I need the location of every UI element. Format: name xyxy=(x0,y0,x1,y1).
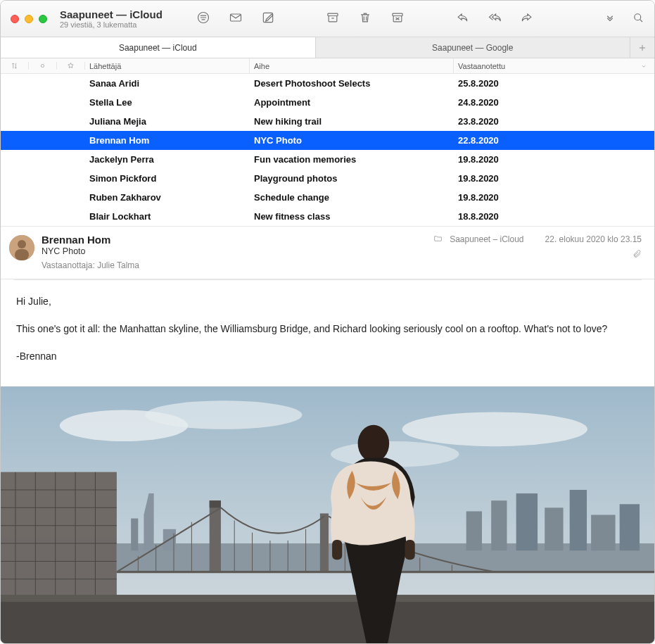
window-title-block: Saapuneet — iCloud 29 viestiä, 3 lukemat… xyxy=(60,8,179,30)
column-subject[interactable]: Aihe xyxy=(250,58,454,73)
window-title: Saapuneet — iCloud xyxy=(60,8,179,20)
row-sender: Brennan Hom xyxy=(85,135,250,146)
svg-point-62 xyxy=(358,425,390,462)
reply-button[interactable] xyxy=(455,11,469,27)
svg-rect-64 xyxy=(405,540,415,560)
read-status-column[interactable] xyxy=(29,62,57,70)
message-row[interactable]: Jackelyn PerraFun vacation memories19.8.… xyxy=(1,150,654,169)
row-sender: Ruben Zakharov xyxy=(85,192,250,203)
tab-label: Saapuneet — iCloud xyxy=(119,43,197,53)
message-list: Sanaa AridiDesert Photoshoot Selects25.8… xyxy=(1,74,654,226)
svg-rect-32 xyxy=(131,519,138,551)
column-sender[interactable]: Lähettäjä xyxy=(85,58,250,73)
message-row[interactable]: Simon PickfordPlayground photos19.8.2020 xyxy=(1,169,654,188)
sender-avatar[interactable] xyxy=(9,235,34,260)
svg-rect-4 xyxy=(329,16,337,22)
svg-rect-43 xyxy=(210,500,221,507)
row-subject: Playground photos xyxy=(250,173,454,184)
archive-button[interactable] xyxy=(326,11,340,27)
message-mailbox[interactable]: Saapuneet – iCloud xyxy=(450,234,523,244)
svg-rect-37 xyxy=(516,493,538,550)
row-date: 19.8.2020 xyxy=(454,192,654,203)
svg-rect-39 xyxy=(570,490,587,550)
tab-inbox-icloud[interactable]: Saapuneet — iCloud xyxy=(1,37,316,58)
column-received[interactable]: Vastaanotettu xyxy=(454,58,654,73)
svg-rect-35 xyxy=(466,511,482,550)
message-list-wrap: Sanaa AridiDesert Photoshoot Selects25.8… xyxy=(1,74,654,227)
column-subject-label: Aihe xyxy=(254,62,269,70)
message-row[interactable]: Ruben ZakharovSchedule change19.8.2020 xyxy=(1,188,654,207)
tab-inbox-google[interactable]: Saapuneet — Google xyxy=(316,37,631,58)
svg-rect-61 xyxy=(1,595,654,602)
filter-button[interactable] xyxy=(196,11,210,27)
titlebar: Saapuneet — iCloud 29 viestiä, 3 lukemat… xyxy=(1,1,654,37)
svg-rect-41 xyxy=(620,504,640,550)
message-view: Brennan Hom NYC Photo Vastaanottaja: Jul… xyxy=(1,227,654,643)
row-sender: Jackelyn Perra xyxy=(85,154,250,165)
close-window-button[interactable] xyxy=(11,15,19,23)
row-subject: Appointment xyxy=(250,97,454,108)
compose-button[interactable] xyxy=(261,11,275,27)
svg-rect-38 xyxy=(545,507,563,550)
row-subject: Fun vacation memories xyxy=(250,154,454,165)
message-row[interactable]: Blair LockhartNew fitness class18.8.2020 xyxy=(1,207,654,226)
svg-rect-63 xyxy=(332,540,342,560)
message-row[interactable]: Brennan HomNYC Photo22.8.2020 xyxy=(1,131,654,150)
column-sender-label: Lähettäjä xyxy=(89,62,121,70)
svg-point-10 xyxy=(18,240,26,248)
tab-bar: Saapuneet — iCloud Saapuneet — Google xyxy=(1,37,654,58)
svg-rect-36 xyxy=(491,500,507,550)
forward-button[interactable] xyxy=(520,11,534,27)
svg-point-14 xyxy=(145,400,302,429)
svg-point-8 xyxy=(41,64,44,67)
body-paragraph: Hi Julie, xyxy=(16,294,639,309)
message-row[interactable]: Juliana MejiaNew hiking trail23.8.2020 xyxy=(1,112,654,131)
zoom-window-button[interactable] xyxy=(39,15,47,23)
message-to: Vastaanottaja: Julie Talma xyxy=(42,260,426,270)
row-sender: Blair Lockhart xyxy=(85,211,250,222)
column-received-label: Vastaanotettu xyxy=(458,62,505,70)
svg-point-15 xyxy=(402,412,587,447)
minimize-window-button[interactable] xyxy=(25,15,33,23)
row-subject: New fitness class xyxy=(250,211,454,222)
window-controls xyxy=(11,15,47,23)
row-subject: Schedule change xyxy=(250,192,454,203)
search-button[interactable] xyxy=(632,11,644,26)
message-row[interactable]: Stella LeeAppointment24.8.2020 xyxy=(1,93,654,112)
row-date: 19.8.2020 xyxy=(454,173,654,184)
sort-indicator-button[interactable] xyxy=(1,62,29,70)
row-sender: Sanaa Aridi xyxy=(85,78,250,89)
junk-button[interactable] xyxy=(390,11,405,27)
get-mail-button[interactable] xyxy=(229,11,243,27)
toolbar xyxy=(196,11,534,27)
to-name[interactable]: Julie Talma xyxy=(97,260,139,270)
toolbar-overflow-button[interactable] xyxy=(604,11,616,26)
row-date: 19.8.2020 xyxy=(454,154,654,165)
toolbar-right xyxy=(604,11,644,26)
message-subject: NYC Photo xyxy=(42,246,426,256)
row-date: 25.8.2020 xyxy=(454,78,654,89)
flag-column[interactable] xyxy=(57,62,85,70)
row-sender: Simon Pickford xyxy=(85,173,250,184)
attachment-photo[interactable] xyxy=(1,386,654,643)
reply-all-button[interactable] xyxy=(488,11,502,27)
tab-label: Saapuneet — Google xyxy=(432,43,513,53)
row-sender: Stella Lee xyxy=(85,97,250,108)
message-body: Hi Julie, This one's got it all: the Man… xyxy=(1,280,654,386)
message-datetime: 22. elokuu 2020 klo 23.15 xyxy=(545,234,642,244)
delete-button[interactable] xyxy=(358,11,372,27)
row-subject: Desert Photoshoot Selects xyxy=(250,78,454,89)
to-label: Vastaanottaja: xyxy=(42,260,95,270)
message-from[interactable]: Brennan Hom xyxy=(42,234,426,246)
row-date: 23.8.2020 xyxy=(454,116,654,127)
row-date: 22.8.2020 xyxy=(454,135,654,146)
list-header-indicators xyxy=(1,62,85,70)
body-paragraph: -Brennan xyxy=(16,349,639,364)
svg-rect-44 xyxy=(320,513,329,572)
row-date: 18.8.2020 xyxy=(454,211,654,222)
message-row[interactable]: Sanaa AridiDesert Photoshoot Selects25.8… xyxy=(1,74,654,93)
chevron-down-icon xyxy=(640,63,647,70)
attachment-icon[interactable] xyxy=(632,249,642,260)
new-tab-button[interactable] xyxy=(630,37,654,58)
row-date: 24.8.2020 xyxy=(454,97,654,108)
